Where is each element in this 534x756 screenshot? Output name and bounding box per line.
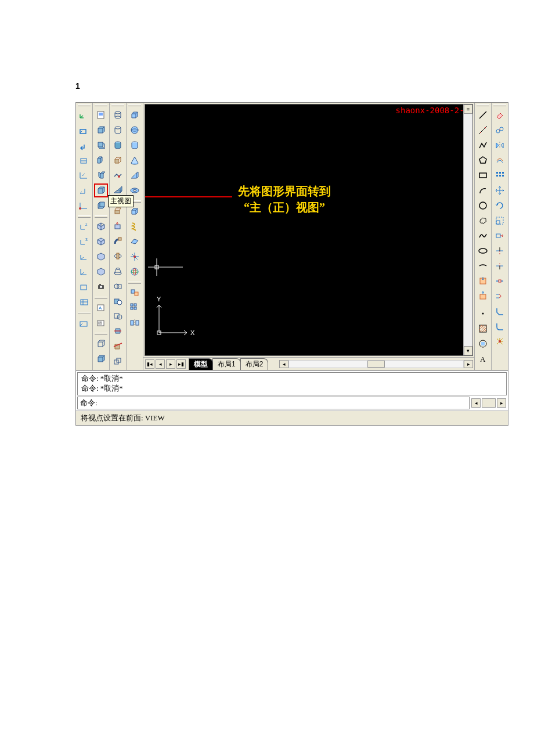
scroll-list-icon[interactable]: ≡ [464, 105, 472, 114]
insert-block-icon[interactable] [476, 274, 490, 288]
point-icon[interactable] [476, 307, 490, 321]
region-icon[interactable] [476, 337, 490, 351]
ucs-view-icon[interactable] [77, 183, 91, 197]
polysolid-icon[interactable] [111, 168, 125, 182]
tab-layout2[interactable]: 布局2 [240, 358, 269, 370]
cmd-scroll-right-icon[interactable]: ▸ [497, 398, 506, 408]
fillet-icon[interactable] [493, 319, 507, 333]
drawing-viewport[interactable]: shaonx-2008-2-7 先将图形界面转到 “主（正）视图” X [145, 104, 473, 356]
tab-layout1[interactable]: 布局1 [212, 358, 241, 370]
flatshot-icon[interactable] [111, 354, 125, 368]
cone-icon[interactable] [128, 153, 142, 167]
scroll-down-icon[interactable]: ▾ [464, 346, 472, 355]
explode-icon[interactable] [493, 334, 507, 348]
hatch-icon[interactable] [476, 322, 490, 336]
toolbar-grip[interactable] [128, 104, 141, 106]
toolbar-grip[interactable] [95, 104, 107, 106]
hscroll-left-icon[interactable]: ◂ [279, 360, 288, 368]
subtract-icon[interactable] [111, 294, 125, 308]
ucs-origin-icon[interactable] [77, 199, 91, 213]
ucs-object-icon[interactable] [77, 168, 91, 182]
rotate-icon[interactable] [493, 199, 507, 213]
sphere-icon[interactable] [128, 123, 142, 137]
rectangle-icon[interactable] [476, 168, 490, 182]
ucs-world-icon[interactable] [77, 123, 91, 137]
copy-icon[interactable] [493, 123, 507, 137]
back-view-icon[interactable] [94, 199, 108, 213]
nw-iso-icon[interactable] [94, 265, 108, 279]
box-icon[interactable] [94, 337, 108, 351]
make-block-icon[interactable] [476, 289, 490, 303]
extend-icon[interactable] [493, 259, 507, 273]
box-solid-icon[interactable] [111, 153, 125, 167]
planar-surf-icon[interactable] [128, 235, 142, 249]
wedge-shaded-icon[interactable] [94, 352, 108, 366]
cylinder-icon[interactable] [128, 138, 142, 152]
cylinder-hidden-icon[interactable] [111, 123, 125, 137]
tab-prev-icon[interactable]: ◂ [156, 359, 165, 369]
union-icon[interactable] [111, 279, 125, 293]
camera-icon[interactable] [94, 280, 108, 294]
3d-rotate-icon[interactable] [128, 265, 142, 279]
front-view-icon[interactable]: 主视图 [94, 183, 108, 197]
cmd-scroll-left-icon[interactable]: ◂ [471, 398, 481, 408]
cmd-scroll-track[interactable] [482, 398, 496, 408]
toolbar-grip[interactable] [78, 104, 91, 106]
toolbar-grip[interactable] [477, 104, 489, 106]
hscroll-thumb[interactable] [367, 361, 385, 368]
toolbar-grip[interactable] [95, 215, 107, 218]
ellipse-icon[interactable] [476, 244, 490, 258]
toolbar-grip[interactable] [78, 215, 91, 218]
presspull-icon[interactable] [111, 219, 125, 233]
toolbar-grip[interactable] [128, 282, 141, 284]
cylinder-shaded-icon[interactable] [111, 138, 125, 152]
pline-icon[interactable] [476, 138, 490, 152]
stretch-icon[interactable] [493, 229, 507, 243]
tab-last-icon[interactable]: ▸▮ [176, 359, 186, 369]
array-icon[interactable] [493, 168, 507, 182]
toolbar-grip[interactable] [111, 104, 124, 106]
plan-ucs-icon[interactable]: A [94, 301, 108, 315]
chamfer-icon[interactable] [493, 304, 507, 318]
3d-align-icon[interactable] [128, 286, 142, 300]
right-view-icon[interactable] [94, 168, 108, 182]
ucs-x-icon[interactable] [77, 250, 91, 264]
intersect-icon[interactable] [111, 309, 125, 323]
named-views-icon[interactable] [94, 108, 108, 122]
toolbar-grip[interactable] [78, 312, 91, 314]
ucs-previous-icon[interactable] [77, 138, 91, 152]
ucs-z-icon[interactable]: z [77, 219, 91, 233]
ne-iso-icon[interactable] [94, 250, 108, 264]
sweep-icon[interactable] [111, 234, 125, 248]
box-primitive-icon[interactable] [128, 108, 142, 122]
horizontal-scrollbar[interactable]: ◂ ▸ [279, 360, 473, 368]
loft-icon[interactable] [111, 264, 125, 278]
move-icon[interactable] [493, 183, 507, 197]
ucs-y-icon[interactable] [77, 265, 91, 279]
ucs-named-icon[interactable] [77, 295, 91, 309]
toolbar-grip[interactable] [95, 297, 107, 299]
trim-icon[interactable] [493, 244, 507, 258]
wedge-primitive-icon[interactable] [128, 168, 142, 182]
slice-icon[interactable] [111, 324, 125, 338]
erase-icon[interactable] [493, 108, 507, 122]
3d-mirror-icon[interactable] [128, 316, 142, 330]
viewport-vertical-scrollbar[interactable]: ≡ ▾ [463, 105, 472, 355]
scale-icon[interactable] [493, 214, 507, 228]
circle-icon[interactable] [476, 199, 490, 213]
ucs-dialog-icon[interactable] [77, 316, 91, 330]
plan-world-icon[interactable]: 晒 [94, 316, 108, 330]
cylinder-wireframe-icon[interactable] [111, 108, 125, 122]
revcloud-icon[interactable] [476, 214, 490, 228]
sw-iso-icon[interactable] [94, 219, 108, 233]
helix-icon[interactable] [128, 219, 142, 233]
ucs-icon[interactable] [77, 108, 91, 122]
left-view-icon[interactable] [94, 153, 108, 167]
break-icon[interactable] [493, 274, 507, 288]
top-view-icon[interactable] [94, 123, 108, 137]
polygon-icon[interactable] [476, 153, 490, 167]
offset-icon[interactable] [493, 153, 507, 167]
ucs-3point-icon[interactable]: 3 [77, 235, 91, 249]
3d-move-icon[interactable] [128, 250, 142, 264]
revolve-icon[interactable] [111, 249, 125, 263]
